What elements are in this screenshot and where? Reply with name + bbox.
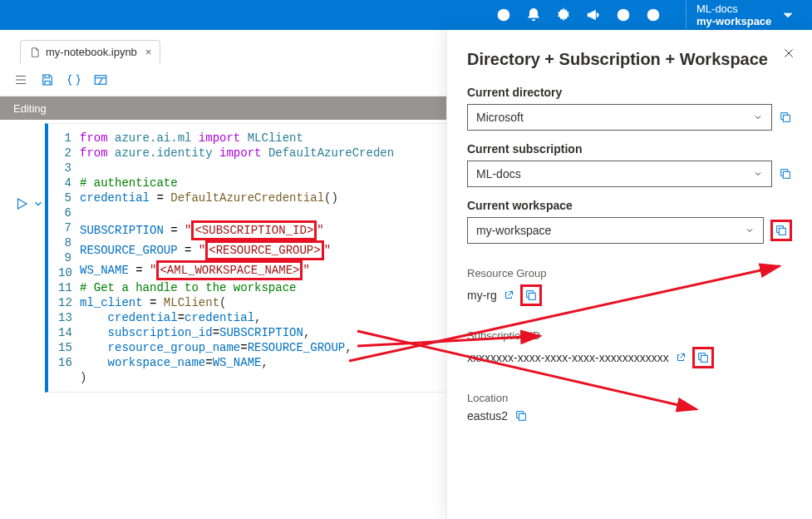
account-workspace: my-workspace — [696, 15, 772, 27]
workspace-panel: Directory + Subscription + Workspace Cur… — [446, 30, 812, 519]
svg-rect-13 — [519, 413, 525, 420]
copy-subscription-id-icon[interactable] — [696, 351, 710, 364]
workspace-label: Current workspace — [467, 199, 792, 212]
directory-label: Current directory — [467, 86, 792, 99]
svg-point-4 — [647, 9, 659, 21]
svg-rect-8 — [783, 115, 790, 121]
panel-title: Directory + Subscription + Workspace — [467, 50, 792, 69]
subscription-id-value: xxxxxxxx-xxxx-xxxx-xxxx-xxxxxxxxxxxx — [467, 351, 669, 364]
copy-resource-group-icon[interactable] — [524, 289, 538, 302]
subscription-label: Current subscription — [467, 142, 792, 156]
workspace-select[interactable]: my-workspace — [467, 217, 764, 244]
external-link-icon[interactable] — [676, 353, 686, 363]
braces-icon[interactable] — [66, 72, 81, 87]
smile-icon[interactable] — [646, 7, 661, 22]
directory-select[interactable]: Microsoft — [467, 104, 772, 131]
save-icon[interactable] — [40, 72, 55, 87]
svg-rect-12 — [701, 355, 707, 362]
chevron-down-icon — [780, 7, 795, 22]
chevron-down-icon — [753, 169, 763, 179]
svg-rect-9 — [783, 171, 790, 178]
menu-icon[interactable] — [13, 72, 28, 87]
help-icon[interactable] — [616, 7, 631, 22]
close-tab-icon[interactable]: × — [145, 46, 152, 58]
tab-label: my-notebook.ipynb — [46, 46, 137, 58]
svg-point-3 — [623, 17, 624, 18]
copy-subscription-icon[interactable] — [779, 167, 792, 180]
location-value: eastus2 — [467, 409, 508, 423]
svg-rect-10 — [779, 228, 785, 235]
gear-icon[interactable] — [556, 7, 571, 22]
svg-rect-7 — [95, 75, 106, 84]
view-icon[interactable] — [93, 72, 108, 87]
clock-icon[interactable] — [496, 7, 511, 22]
code-content: from azure.ai.ml import MLClient from az… — [80, 131, 394, 385]
external-link-icon[interactable] — [504, 290, 514, 300]
copy-location-icon[interactable] — [514, 409, 528, 423]
run-cell-icon[interactable] — [14, 196, 29, 211]
top-header: ML-docs my-workspace — [0, 0, 812, 30]
tab-notebook[interactable]: my-notebook.ipynb × — [20, 40, 160, 63]
svg-rect-11 — [529, 293, 535, 299]
resource-group-label: Resource Group — [467, 267, 792, 279]
file-icon — [29, 47, 41, 58]
workspace-switcher[interactable]: ML-docs my-workspace — [686, 1, 802, 29]
chevron-down-icon — [753, 112, 763, 122]
copy-directory-icon[interactable] — [779, 111, 792, 124]
account-directory: ML-docs — [696, 2, 772, 15]
chevron-down-icon — [745, 225, 755, 235]
svg-point-6 — [655, 13, 656, 14]
copy-workspace-icon[interactable] — [775, 224, 788, 237]
megaphone-icon[interactable] — [586, 7, 601, 22]
resource-group-value: my-rg — [467, 289, 497, 302]
subscription-select[interactable]: ML-docs — [467, 161, 772, 187]
location-label: Location — [467, 392, 792, 404]
subscription-id-label: Subscription ID — [467, 329, 792, 342]
svg-point-5 — [651, 13, 652, 14]
run-chevron-icon[interactable] — [32, 196, 44, 211]
close-panel-icon[interactable] — [782, 47, 795, 60]
bell-icon[interactable] — [526, 7, 541, 22]
status-mode: Editing — [13, 102, 47, 115]
line-numbers: 12345678910111213141516 — [58, 131, 80, 385]
